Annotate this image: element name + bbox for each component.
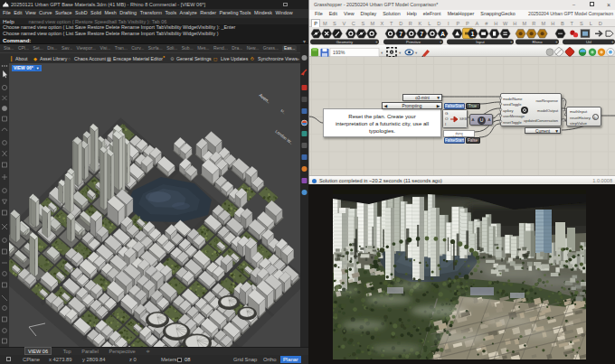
svg-text:Util: Util <box>586 39 591 43</box>
svg-text:+: + <box>375 40 378 44</box>
svg-text:1: 1 <box>471 30 475 36</box>
svg-text:+: + <box>611 40 614 44</box>
svg-text:+: + <box>510 40 513 44</box>
svg-text:7: 7 <box>421 30 424 36</box>
svg-text:+: + <box>440 40 442 44</box>
svg-text:▾: ▾ <box>381 51 383 55</box>
svg-text:7: 7 <box>399 30 402 36</box>
svg-text:▾: ▾ <box>399 51 402 55</box>
svg-text:Geometry: Geometry <box>336 39 354 43</box>
svg-text:Input: Input <box>476 39 485 43</box>
svg-text:193%: 193% <box>333 50 345 55</box>
svg-text:A: A <box>440 30 445 36</box>
svg-text:Rhino: Rhino <box>533 39 544 43</box>
svg-text:+: + <box>555 40 558 44</box>
svg-text:▾: ▾ <box>415 51 418 55</box>
svg-text:Primitive: Primitive <box>406 39 421 43</box>
